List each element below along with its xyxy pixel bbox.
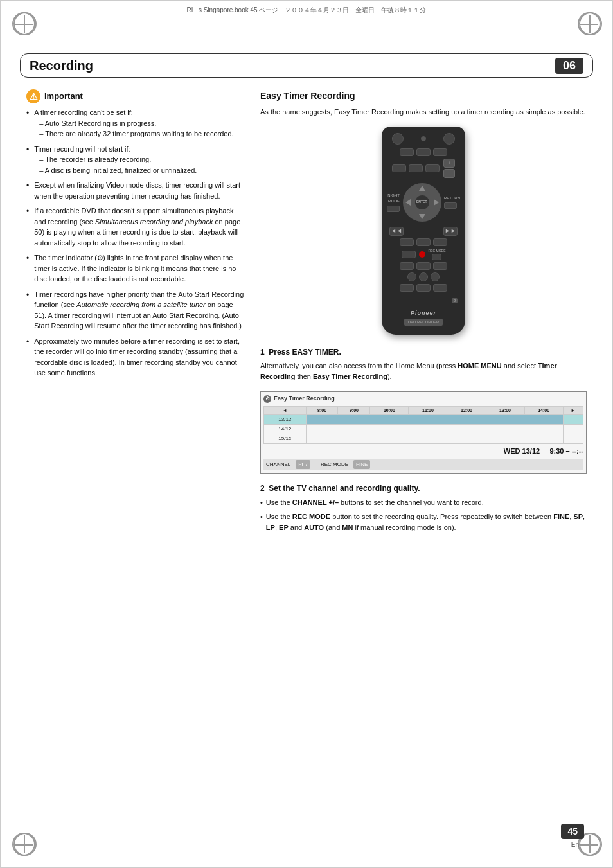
col-header: ► [563, 406, 583, 415]
list-item-content: Except when finalizing Video mode discs,… [34, 180, 245, 201]
remote-top-left-btn [392, 133, 404, 145]
right-column: Easy Timer Recording As the name suggest… [260, 89, 587, 542]
remote-row-2: + − [387, 159, 460, 178]
date-cell: 13/12 [264, 415, 306, 425]
rec-mode-btn[interactable] [432, 254, 441, 260]
timer-display-date: WED [504, 447, 522, 455]
dvd-recorder-label: DVD RECORDER [404, 319, 443, 326]
list-item: Except when finalizing Video mode discs,… [26, 180, 245, 201]
page-title: Recording [30, 58, 93, 73]
remote-top-row [387, 133, 460, 145]
rec-mode-label: REC MODE [321, 461, 348, 468]
list-item-content: If a recordable DVD that doesn't support… [34, 206, 245, 248]
remote-btn [416, 238, 431, 246]
sub-list: The recorder is already recording. A dis… [34, 154, 197, 175]
step-2-body: Use the CHANNEL +/– buttons to set the c… [260, 497, 587, 533]
remote-circle-btn-small [407, 272, 416, 281]
rec-mode-row: REC MODE [387, 249, 460, 261]
compass-tl [13, 12, 34, 35]
time-bar-cell [306, 425, 563, 434]
timer-display-separator: – --:-- [566, 447, 584, 455]
transport-row: ◄◄ ►► [389, 227, 458, 236]
channel-down-btn[interactable]: − [443, 169, 455, 178]
remote-page-indicator: 2 [387, 294, 460, 305]
warning-icon: ⚠ [26, 89, 40, 103]
remote-top-indicator [421, 136, 426, 141]
bullet-text-2: Use the REC MODE button to set the recor… [266, 511, 587, 533]
col-header: 14:00 [524, 406, 563, 415]
dpad-area: NIGHTMODE [387, 181, 460, 224]
remote-btn [400, 284, 414, 292]
remote-btn [425, 164, 440, 172]
remote-btn [400, 262, 414, 270]
record-button[interactable] [419, 251, 425, 258]
enter-label: ENTER [416, 200, 427, 205]
dpad: ENTER [403, 183, 441, 222]
return-label: RETURN [444, 195, 460, 201]
remote-btn [416, 148, 431, 156]
rec-mode-text: REC MODE [429, 249, 446, 254]
dpad-enter-btn[interactable]: ENTER [415, 195, 429, 209]
remote-btn [433, 148, 447, 156]
channel-up-btn[interactable]: + [443, 159, 455, 168]
corner-decor-tl [12, 12, 35, 35]
timer-screenshot-label: Easy Timer Recording [274, 394, 335, 403]
page-lang: En [571, 841, 579, 848]
remote-circle-btn-small [419, 272, 428, 281]
list-item: A timer recording can't be set if: Auto … [26, 107, 245, 139]
timer-display-date-bold: 13/12 [522, 447, 540, 455]
remote-row-1 [387, 148, 460, 156]
return-btn[interactable] [444, 202, 457, 209]
bullet-text-1: Use the CHANNEL +/– buttons to set the c… [266, 497, 484, 508]
left-side-btns: NIGHTMODE [387, 193, 400, 212]
list-item: The timer indicator (⊙) lights in the fr… [26, 252, 245, 285]
date-cell: 14/12 [264, 425, 306, 434]
timer-display-time: 9:30 [549, 447, 564, 455]
sub-list-item: Auto Start Recording is in progress. [39, 118, 233, 129]
night-mode-label: NIGHTMODE [387, 193, 400, 204]
remote-btn [416, 262, 431, 270]
compass-bl [13, 833, 34, 856]
timer-row-selected: 13/12 [264, 415, 583, 425]
step-2-bullet-1: Use the CHANNEL +/– buttons to set the c… [260, 497, 587, 508]
sub-list-item: A disc is being initialized, finalized o… [39, 165, 197, 176]
remote-btn [400, 238, 414, 246]
timer-channel-bar: CHANNEL Pr 7 REC MODE FINE [263, 459, 583, 470]
file-info: RL_s Singapore.book 45 ページ ２００４年４月２３日 金曜… [1, 6, 612, 15]
rewind-btn[interactable]: ◄◄ [389, 227, 404, 236]
remote-btn [400, 148, 414, 156]
sub-list-item: The recorder is already recording. [39, 154, 197, 165]
rec-mode-value: FINE [353, 460, 370, 469]
page-number-badge: 45 [561, 824, 584, 839]
remote-row-5 [387, 272, 460, 281]
step-1: 1 Press EASY TIMER. Alternatively, you c… [260, 346, 587, 382]
timer-big-display: WED 13/12 9:30 – --:-- [263, 446, 583, 457]
empty-cell [563, 434, 583, 444]
remote-btn [433, 238, 447, 246]
chapter-badge: 06 [555, 58, 583, 74]
channel-label: CHANNEL [266, 461, 290, 468]
empty-cell [563, 425, 583, 434]
fast-forward-btn[interactable]: ►► [443, 227, 458, 236]
rec-mode-stack: REC MODE [429, 249, 446, 261]
col-header: 8:00 [306, 406, 338, 415]
remote-btn [433, 284, 447, 292]
time-bar-cell [306, 434, 563, 444]
chapter-badge-container: 06 [549, 58, 583, 74]
remote-btn [402, 251, 416, 258]
col-header: 10:00 [370, 406, 409, 415]
remote-btn [409, 164, 423, 172]
timer-screenshot: ⏱ Easy Timer Recording ◄ 8:00 9:00 10:00… [260, 391, 587, 474]
night-mode-btn[interactable] [387, 206, 400, 212]
easy-timer-desc: As the name suggests, Easy Timer Recordi… [260, 107, 587, 118]
timer-grid: ◄ 8:00 9:00 10:00 11:00 12:00 13:00 14:0… [263, 406, 583, 445]
rewind-icon: ◄◄ [391, 227, 402, 236]
dpad-ring: ENTER [403, 183, 441, 222]
remote-btn [416, 284, 431, 292]
content-area: ⚠ Important A timer recording can't be s… [26, 89, 587, 542]
list-item-content: Approximately two minutes before a timer… [34, 336, 245, 378]
remote-top-right-btn [443, 133, 455, 145]
empty-cell [563, 415, 583, 425]
col-header: 9:00 [338, 406, 370, 415]
channel-value: Pr 7 [296, 460, 310, 469]
